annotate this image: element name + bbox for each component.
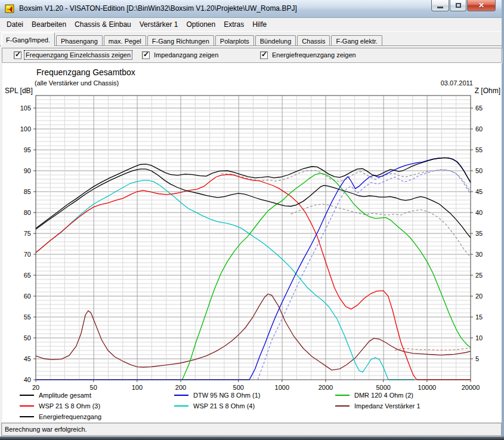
series-dashed-blue [258,170,471,380]
svg-text:65: 65 [475,104,483,112]
tab-phasengang[interactable]: Phasengang [56,35,103,46]
svg-text:65: 65 [24,272,31,279]
svg-text:10000: 10000 [418,384,437,391]
menu-item-datei[interactable]: Datei [2,19,27,30]
frequency-response-chart: 4045505560657075808590951001055101520253… [2,64,502,422]
svg-text:95: 95 [24,146,31,153]
tab-polarplots[interactable]: Polarplots [215,35,254,46]
svg-text:55: 55 [475,146,483,153]
series-dashed-upper-gray [221,170,471,193]
menu-item-verstärker-1[interactable]: Verstärker 1 [135,19,183,30]
svg-text:60: 60 [24,293,31,300]
legend-label: DTW 95 NG 8 Ohm (1) [193,392,260,399]
svg-text:1000: 1000 [275,384,289,391]
series-dashed-lower-gray [291,204,471,257]
minimize-button[interactable] [431,0,449,11]
window-title: Boxsim V1.20 - VISATON-Edition [D:\BinWi… [19,4,297,13]
window-bottom-edge [0,436,504,440]
tab-strip: F-Gang/Imped.Phasengangmax. PegelF-Gang … [0,32,502,46]
tab-max-pegel[interactable]: max. Pegel [104,35,146,46]
svg-text:70: 70 [24,251,31,258]
checkbox-energiefrequenzgang-zeigen[interactable]: ✓ [260,51,268,59]
y-axis-left-label: SPL [dB] [5,87,33,95]
svg-text:500: 500 [233,384,244,391]
svg-text:50: 50 [475,167,483,174]
checkmark-icon: ✓ [15,50,21,59]
svg-text:55: 55 [24,313,31,321]
legend-label: Impedanz Verstärker 1 [354,402,420,410]
svg-text:15: 15 [475,313,483,321]
status-text: Berechnung war erfolgreich. [5,426,87,433]
maximize-button[interactable] [450,0,466,11]
svg-text:100: 100 [132,384,143,391]
svg-text:35: 35 [475,230,483,237]
svg-text:20: 20 [32,384,39,391]
legend-label: WSP 21 S 8 Ohm (3) [39,402,100,410]
svg-text:30: 30 [475,251,483,258]
options-toolbar: ✓Frequenzgang Einzelchassis zeigen✓Imped… [2,48,502,63]
legend-item-impedanz-verstärker-1: Impedanz Verstärker 1 [335,402,420,410]
maximize-icon [456,3,461,8]
svg-text:75: 75 [24,230,31,237]
y-axis-right-label: Z [Ohm] [475,87,500,95]
svg-text:10: 10 [475,334,483,341]
legend-label: DMR 120 4 Ohm (2) [354,392,413,399]
checkbox-impedanzgang-zeigen[interactable]: ✓ [142,51,150,59]
legend-label: Amplitude gesamt [39,392,91,399]
tab-f-gang-elektr[interactable]: F-Gang elektr. [331,35,382,46]
legend-item-amplitude-gesamt: Amplitude gesamt [20,391,91,399]
menu-item-extras[interactable]: Extras [219,19,248,30]
series-impedanz-dashed [395,348,471,350]
svg-text:5: 5 [475,355,479,362]
legend-item-dmr-120-4-ohm-2: DMR 120 4 Ohm (2) [335,391,413,399]
tab-f-gang-imped[interactable]: F-Gang/Imped. [1,32,55,46]
svg-text:100: 100 [20,125,31,133]
legend-item-wsp-21-s-8-ohm-3: WSP 21 S 8 Ohm (3) [20,402,100,410]
tab-chassis[interactable]: Chassis [297,35,330,46]
app-icon [5,4,15,14]
app-window: Boxsim V1.20 - VISATON-Edition [D:\BinWi… [0,0,504,438]
legend-swatch [174,405,188,407]
svg-text:60: 60 [475,125,483,133]
svg-text:50: 50 [90,384,97,391]
checkbox-label: Impedanzgang zeigen [153,51,219,59]
svg-text:40: 40 [24,376,31,383]
checkmark-icon: ✓ [261,50,267,59]
checkbox-group-frequenzgang-einzelchassis-zeigen[interactable]: ✓Frequenzgang Einzelchassis zeigen [14,51,132,59]
chart-subtitle: (alle Verstärker und Chassis) [35,79,119,87]
chart-date: 03.07.2011 [441,79,473,87]
checkbox-label: Frequenzgang Einzelchassis zeigen [24,51,132,59]
legend-item-wsp-21-s-8-ohm-4: WSP 21 S 8 Ohm (4) [174,402,255,410]
svg-text:50: 50 [24,334,31,341]
tab-bündelung[interactable]: Bündelung [255,35,296,46]
menu-item-bearbeiten[interactable]: Bearbeiten [27,19,70,30]
legend-label: Energiefrequenzgang [39,413,101,420]
checkbox-frequenzgang-einzelchassis-zeigen[interactable]: ✓ [14,51,21,59]
svg-text:80: 80 [24,209,31,216]
legend-swatch [335,395,350,396]
close-button[interactable]: ✕ [467,0,496,11]
chart-panel: Frequenzgang Gesamtbox (alle Verstärker … [2,64,502,422]
svg-text:90: 90 [24,167,31,174]
svg-text:105: 105 [20,104,31,112]
legend-swatch [174,395,188,396]
legend-swatch [20,395,34,396]
menu-item-optionen[interactable]: Optionen [182,19,219,30]
checkbox-label: Energiefrequenzgang zeigen [271,51,357,59]
svg-text:25: 25 [475,272,483,279]
menu-item-chassis-einbau[interactable]: Chassis & Einbau [70,19,135,30]
checkmark-icon: ✓ [143,50,149,59]
legend-swatch [20,405,34,407]
checkbox-group-impedanzgang-zeigen[interactable]: ✓Impedanzgang zeigen [142,51,219,59]
svg-text:40: 40 [475,209,483,216]
legend-item-dtw-95-ng-8-ohm-1: DTW 95 NG 8 Ohm (1) [174,391,260,399]
svg-text:5000: 5000 [376,384,390,391]
svg-text:85: 85 [24,188,31,195]
checkbox-group-energiefrequenzgang-zeigen[interactable]: ✓Energiefrequenzgang zeigen [260,51,357,59]
menu-item-hilfe[interactable]: Hilfe [248,19,271,30]
svg-text:45: 45 [24,355,31,362]
legend-item-energiefrequenzgang: Energiefrequenzgang [20,413,101,421]
status-bar: Berechnung war erfolgreich. [1,423,502,436]
chart-title: Frequenzgang Gesamtbox [36,67,135,77]
tab-f-gang-richtungen[interactable]: F-Gang Richtungen [147,35,214,46]
